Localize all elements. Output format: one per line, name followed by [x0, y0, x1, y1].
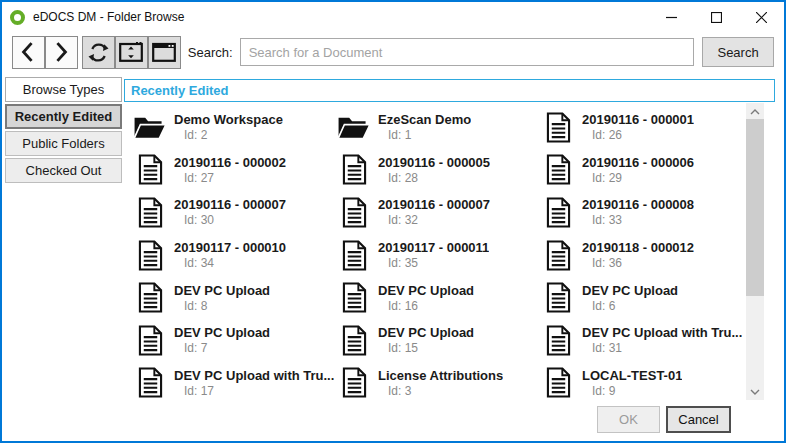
document-icon — [131, 325, 169, 356]
list-item[interactable]: 20190116 - 000005 Id: 28 — [335, 149, 539, 192]
scrollbar-thumb[interactable] — [746, 119, 764, 296]
document-icon — [131, 240, 169, 271]
document-icon — [539, 197, 577, 228]
list-item[interactable]: 20190116 - 000001 Id: 26 — [539, 106, 745, 149]
list-item[interactable]: License Attributions Id: 3 — [335, 362, 539, 400]
list-item[interactable]: 20190116 - 000002 Id: 27 — [131, 149, 335, 192]
item-id: Id: 35 — [378, 256, 489, 270]
item-id: Id: 6 — [582, 299, 678, 313]
opentext-logo-icon — [10, 10, 25, 25]
item-id: Id: 28 — [378, 171, 490, 185]
window-controls — [649, 2, 784, 32]
list-item[interactable]: DEV PC Upload with Tru... Id: 17 — [131, 362, 335, 400]
back-button[interactable] — [12, 36, 45, 69]
list-item[interactable]: DEV PC Upload Id: 8 — [131, 276, 335, 319]
close-button[interactable] — [739, 2, 784, 32]
sidebar-tab[interactable]: Checked Out — [5, 158, 122, 183]
sidebar-tab[interactable]: Recently Edited — [5, 104, 122, 129]
item-name: DEV PC Upload — [378, 325, 474, 340]
item-name: DEV PC Upload — [582, 283, 678, 298]
item-name: DEV PC Upload — [378, 283, 474, 298]
ok-button[interactable]: OK — [597, 406, 660, 433]
scroll-up-button[interactable] — [746, 103, 764, 120]
toolbar: Search: Search — [12, 34, 774, 70]
list-item[interactable]: DEV PC Upload Id: 7 — [131, 319, 335, 362]
close-icon — [756, 12, 767, 23]
list-item[interactable]: 20190116 - 000007 Id: 30 — [131, 191, 335, 234]
item-id: Id: 7 — [174, 341, 270, 355]
window-split-icon — [119, 42, 143, 62]
title-bar: eDOCS DM - Folder Browse — [2, 2, 784, 32]
list-item[interactable]: 20190118 - 000012 Id: 36 — [539, 234, 745, 277]
folder-icon — [335, 114, 373, 141]
full-view-button[interactable] — [148, 36, 181, 69]
sidebar-tab[interactable]: Public Folders — [5, 131, 122, 156]
item-name: 20190116 - 000002 — [174, 155, 286, 170]
item-name: 20190116 - 000001 — [582, 112, 694, 127]
item-id: Id: 15 — [378, 341, 474, 355]
document-icon — [539, 367, 577, 398]
minimize-button[interactable] — [649, 2, 694, 32]
results-grid: Demo Workspace Id: 2 — [124, 103, 745, 400]
document-icon — [131, 154, 169, 185]
item-id: Id: 32 — [378, 213, 490, 227]
document-icon — [335, 325, 373, 356]
item-name: EzeScan Demo — [378, 112, 471, 127]
forward-button[interactable] — [45, 36, 78, 69]
list-item[interactable]: Demo Workspace Id: 2 — [131, 106, 335, 149]
search-button[interactable]: Search — [702, 37, 774, 67]
refresh-button[interactable] — [82, 36, 115, 69]
item-id: Id: 29 — [582, 171, 694, 185]
list-item[interactable]: DEV PC Upload Id: 6 — [539, 276, 745, 319]
item-id: Id: 36 — [582, 256, 694, 270]
list-item[interactable]: LOCAL-TEST-01 Id: 9 — [539, 362, 745, 400]
refresh-icon — [87, 41, 110, 64]
item-name: 20190118 - 000012 — [582, 240, 694, 255]
list-item[interactable]: EzeScan Demo Id: 1 — [335, 106, 539, 149]
item-id: Id: 8 — [174, 299, 270, 313]
item-id: Id: 17 — [174, 384, 334, 398]
document-icon — [335, 240, 373, 271]
maximize-button[interactable] — [694, 2, 739, 32]
chevron-right-icon — [53, 41, 69, 63]
list-item[interactable]: 20190116 - 000006 Id: 29 — [539, 149, 745, 192]
item-name: 20190116 - 000005 — [378, 155, 490, 170]
folder-icon — [131, 114, 169, 141]
item-name: 20190116 - 000008 — [582, 197, 694, 212]
item-id: Id: 3 — [378, 384, 503, 398]
chevron-up-icon — [750, 109, 760, 115]
sidebar-tab[interactable]: Browse Types — [5, 77, 122, 102]
document-icon — [335, 197, 373, 228]
item-name: DEV PC Upload — [174, 325, 270, 340]
split-view-button[interactable] — [115, 36, 148, 69]
item-name: 20190117 - 000010 — [174, 240, 286, 255]
document-icon — [131, 282, 169, 313]
item-id: Id: 26 — [582, 128, 694, 142]
dialog-window: eDOCS DM - Folder Browse — [0, 0, 786, 443]
sidebar: Browse Types Recently Edited Public Fold… — [5, 77, 122, 185]
cancel-button[interactable]: Cancel — [666, 406, 731, 433]
document-icon — [539, 112, 577, 143]
item-name: 20190116 - 000007 — [174, 197, 286, 212]
document-icon — [131, 367, 169, 398]
scrollbar-track[interactable] — [746, 103, 764, 400]
list-item[interactable]: 20190116 - 000008 Id: 33 — [539, 191, 745, 234]
scroll-down-button[interactable] — [746, 383, 764, 400]
search-input[interactable] — [240, 38, 694, 66]
maximize-icon — [711, 12, 722, 23]
item-id: Id: 9 — [582, 384, 682, 398]
item-id: Id: 33 — [582, 213, 694, 227]
list-item[interactable]: DEV PC Upload with Tru... Id: 31 — [539, 319, 745, 362]
item-id: Id: 16 — [378, 299, 474, 313]
search-label: Search: — [188, 45, 233, 60]
item-id: Id: 34 — [174, 256, 286, 270]
list-item[interactable]: DEV PC Upload Id: 15 — [335, 319, 539, 362]
list-item[interactable]: 20190117 - 000010 Id: 34 — [131, 234, 335, 277]
list-item[interactable]: 20190117 - 000011 Id: 35 — [335, 234, 539, 277]
item-name: 20190116 - 000007 — [378, 197, 490, 212]
item-name: DEV PC Upload — [174, 283, 270, 298]
item-name: Demo Workspace — [174, 112, 283, 127]
list-item[interactable]: 20190116 - 000007 Id: 32 — [335, 191, 539, 234]
list-item[interactable]: DEV PC Upload Id: 16 — [335, 276, 539, 319]
item-name: DEV PC Upload with Tru... — [174, 368, 334, 383]
